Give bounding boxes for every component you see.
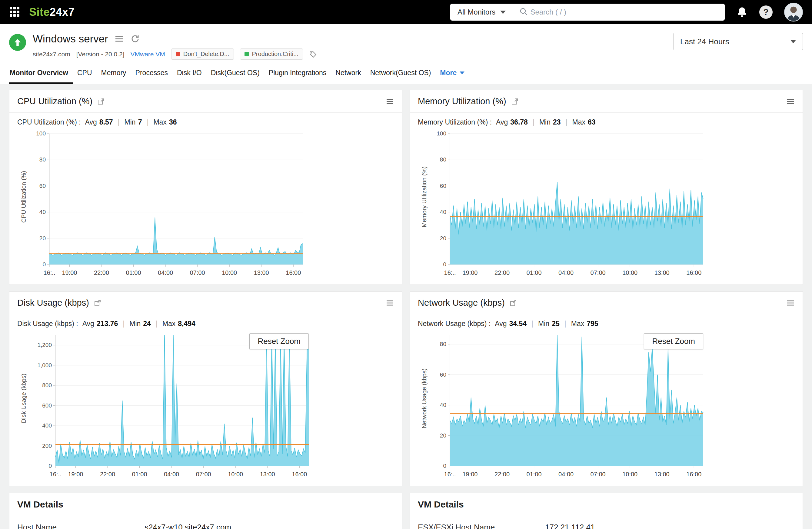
vm-detail-value: 172.21.112.41 (545, 523, 595, 529)
svg-text:22:00: 22:00 (100, 471, 115, 477)
svg-text:1,200: 1,200 (37, 342, 52, 348)
panel-menu-icon[interactable] (386, 98, 394, 105)
svg-text:13:00: 13:00 (254, 269, 269, 276)
max-value: 63 (588, 118, 596, 126)
tab-memory[interactable]: Memory (97, 69, 131, 84)
min-value: 23 (553, 118, 561, 126)
monitor-domain: site24x7.com (33, 50, 70, 58)
svg-text:01:00: 01:00 (526, 471, 542, 477)
panel-title: CPU Utilization (%) (17, 96, 92, 106)
tab-plugin-integrations[interactable]: Plugin Integrations (264, 69, 331, 84)
panel-menu-icon[interactable] (386, 299, 394, 307)
svg-text:04:00: 04:00 (559, 269, 574, 276)
logo-24x7-text: 24x7 (50, 6, 74, 18)
refresh-icon[interactable] (131, 34, 140, 43)
panel-menu-icon[interactable] (786, 98, 795, 105)
svg-text:13:00: 13:00 (260, 471, 275, 477)
tab-network[interactable]: Network (331, 69, 365, 84)
min-value: 24 (143, 320, 151, 328)
stats-label: CPU Utilization (%) : (17, 118, 81, 126)
chevron-down-icon (460, 72, 464, 74)
panel-title: Disk Usage (kbps) (17, 298, 89, 308)
site24x7-logo[interactable]: Site24x7 (29, 6, 74, 18)
vmware-vm-link[interactable]: VMware VM (131, 50, 165, 58)
monitor-menu-icon[interactable] (115, 35, 124, 43)
svg-text:19:00: 19:00 (68, 471, 83, 477)
svg-text:60: 60 (440, 183, 446, 189)
reset-zoom-button[interactable]: Reset Zoom (249, 333, 309, 349)
svg-text:10:00: 10:00 (622, 269, 637, 276)
disk-usage-chart[interactable]: 02004006008001,0001,20016:..19:0022:0001… (30, 331, 313, 479)
svg-text:04:00: 04:00 (164, 471, 179, 477)
help-glyph: ? (763, 7, 768, 17)
svg-text:0: 0 (443, 261, 446, 267)
search-input[interactable] (530, 8, 725, 16)
tab-monitor-overview[interactable]: Monitor Overview (9, 69, 73, 84)
divider (513, 7, 513, 17)
panel-menu-icon[interactable] (786, 299, 795, 307)
cpu-utilization-panel: CPU Utilization (%) CPU Utilization (%) … (9, 90, 402, 285)
vm-details-title: VM Details (418, 499, 464, 510)
min-value: 25 (552, 320, 560, 328)
chart-stats: CPU Utilization (%) : Avg8.57 | Min7 | M… (17, 118, 394, 126)
svg-text:40: 40 (440, 402, 446, 408)
tags-icon[interactable] (309, 50, 317, 58)
tab-network-guest-os[interactable]: Network(Guest OS) (366, 69, 436, 84)
status-up-icon (9, 34, 26, 51)
notifications-bell-icon[interactable] (736, 6, 748, 18)
svg-text:0: 0 (443, 462, 446, 469)
expand-icon[interactable] (94, 299, 101, 307)
memory-utilization-chart[interactable]: 02040608010016:..19:0022:0001:0004:0007:… (431, 129, 708, 278)
tab-more[interactable]: More (435, 69, 469, 84)
tab-processes[interactable]: Processes (131, 69, 172, 84)
panel-title: Network Usage (kbps) (418, 298, 505, 308)
tab-disk-io[interactable]: Disk I/O (172, 69, 206, 84)
svg-text:13:00: 13:00 (654, 471, 670, 477)
avg-label: Avg (496, 118, 508, 126)
apps-grid-icon[interactable] (9, 6, 20, 18)
expand-icon[interactable] (511, 98, 518, 105)
expand-icon[interactable] (510, 299, 517, 307)
tab-disk-guest-os[interactable]: Disk(Guest OS) (206, 69, 264, 84)
svg-text:10:00: 10:00 (222, 269, 237, 276)
user-avatar[interactable] (784, 3, 803, 21)
svg-text:200: 200 (42, 443, 52, 449)
y-axis-title: Network Usage (kbps) (418, 331, 431, 479)
chart-stats: Memory Utilization (%) : Avg36.78 | Min2… (418, 118, 795, 126)
avg-label: Avg (85, 118, 97, 126)
tag-label: Don't_Delete:D... (183, 50, 229, 58)
cpu-utilization-chart[interactable]: 02040608010016:..19:0022:0001:0004:0007:… (30, 129, 307, 278)
svg-text:04:00: 04:00 (158, 269, 173, 276)
svg-text:16:..: 16:.. (50, 471, 61, 477)
tag-production[interactable]: Production:Criti... (240, 48, 303, 60)
time-range-dropdown[interactable]: Last 24 Hours (673, 33, 803, 50)
tag-dont-delete[interactable]: Don't_Delete:D... (171, 48, 234, 60)
help-icon[interactable]: ? (759, 5, 773, 19)
max-label: Max (162, 320, 175, 328)
disk-usage-panel: Disk Usage (kbps) Disk Usage (kbps) : Av… (9, 292, 402, 486)
svg-text:80: 80 (440, 156, 446, 163)
svg-text:22:00: 22:00 (494, 269, 510, 276)
min-label: Min (538, 320, 549, 328)
search-icon (519, 7, 528, 17)
max-value: 795 (586, 320, 598, 328)
network-usage-chart[interactable]: 02040608016:..19:0022:0001:0004:0007:001… (431, 331, 708, 479)
topbar: Site24x7 All Monitors (0, 0, 812, 24)
svg-text:01:00: 01:00 (526, 269, 542, 276)
avg-label: Avg (495, 320, 507, 328)
y-axis-title: CPU Utilization (%) (17, 129, 30, 278)
expand-icon[interactable] (97, 98, 104, 105)
svg-text:1,000: 1,000 (37, 362, 52, 368)
svg-text:16:00: 16:00 (686, 269, 701, 276)
avg-value: 8.57 (99, 118, 113, 126)
monitor-version: [Version - 20.0.2] (76, 50, 125, 58)
tab-cpu[interactable]: CPU (73, 69, 97, 84)
min-label: Min (129, 320, 141, 328)
svg-text:20: 20 (39, 235, 46, 241)
monitor-scope-dropdown[interactable]: All Monitors (450, 4, 513, 20)
svg-text:19:00: 19:00 (462, 471, 478, 477)
reset-zoom-button[interactable]: Reset Zoom (644, 333, 703, 349)
svg-text:16:..: 16:.. (444, 269, 456, 276)
vm-detail-row: Host Name s24x7-w10.site24x7.com (10, 516, 402, 529)
tag-color-green (245, 52, 249, 56)
